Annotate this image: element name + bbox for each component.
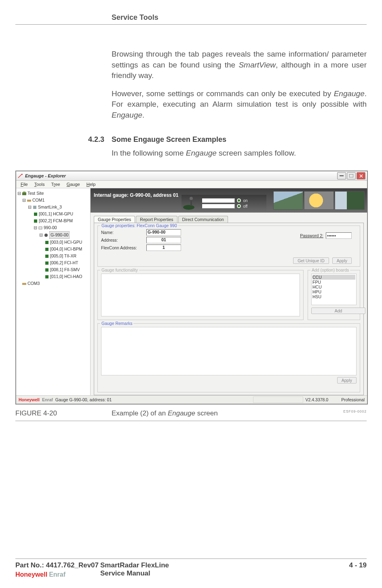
gauge-icon	[38, 226, 43, 230]
close-button[interactable]	[357, 172, 365, 179]
svg-rect-8	[39, 227, 42, 229]
svg-rect-7	[34, 219, 37, 223]
menu-file[interactable]: File	[18, 182, 31, 187]
tree-root[interactable]: Test Site	[27, 190, 44, 197]
figure-code: ESF09-0002	[343, 409, 367, 413]
functionality-list[interactable]	[101, 274, 300, 316]
svg-rect-13	[45, 261, 49, 265]
tree-item[interactable]: [006,2] FCI-HT	[50, 259, 78, 266]
menu-tree[interactable]: Tree	[48, 182, 63, 187]
input-flexconn[interactable]: 1	[146, 244, 181, 251]
button-add-board[interactable]: Add	[311, 308, 365, 314]
button-get-unique-id[interactable]: Get Unique ID	[293, 257, 329, 264]
tab-direct-communication[interactable]: Direct Communication	[178, 216, 228, 223]
board-icon	[33, 212, 38, 217]
tree-toggle[interactable]: ⊟	[17, 190, 21, 197]
thumbnail-image[interactable]	[273, 191, 303, 210]
svg-rect-10	[45, 241, 49, 244]
input-name[interactable]: G-990-00	[146, 229, 181, 236]
off-bar	[202, 204, 235, 209]
input-address[interactable]: 01	[146, 237, 181, 243]
tree-item[interactable]: [003,0] HCI-GPU	[50, 239, 82, 246]
svg-rect-12	[45, 255, 49, 258]
text: However, some settings or commands can o…	[112, 89, 334, 98]
thumbnail-image[interactable]	[335, 191, 365, 210]
svg-rect-15	[45, 275, 49, 278]
figure-label: FIGURE 4-20	[15, 409, 112, 421]
svg-rect-1	[349, 174, 353, 177]
board-icon	[44, 247, 49, 252]
text-em: Engauge	[186, 149, 217, 157]
tree-toggle[interactable]: ⊟	[22, 197, 26, 204]
tree-item[interactable]: [004,0] HCI-BPM	[50, 246, 82, 253]
text-em: Engauge	[334, 89, 365, 98]
svg-point-9	[44, 234, 48, 237]
board-option[interactable]: HCU	[312, 285, 355, 289]
input-password[interactable]: ••••••	[326, 232, 352, 239]
statusbar-cell	[253, 396, 303, 403]
legend-add-boards: Add (option) boards	[310, 268, 350, 272]
figure-caption: Example (2) of an Engauge screen	[112, 409, 343, 421]
port-icon	[27, 198, 32, 203]
menu-gauge[interactable]: Gauge	[64, 182, 83, 187]
tree-g990[interactable]: 990-00	[44, 224, 57, 231]
svg-rect-5	[33, 206, 36, 209]
status-bar: Honeywell Enraf Gauge G-990-00, address:…	[16, 395, 367, 404]
minimize-button[interactable]	[337, 172, 346, 179]
subsection-number: 4.2.3	[88, 135, 112, 144]
tree-toggle[interactable]: ⊟	[33, 224, 37, 231]
maximize-button[interactable]	[347, 172, 356, 179]
window-titlebar[interactable]: Engauge - Explorer	[16, 171, 367, 181]
button-apply-properties[interactable]: Apply	[332, 257, 352, 264]
svg-rect-4	[27, 200, 31, 202]
remarks-textarea[interactable]	[101, 327, 357, 375]
radio-off[interactable]	[236, 204, 241, 209]
window-title: Engauge - Explorer	[25, 173, 66, 178]
tree-item[interactable]: [005,0] TII-XR	[50, 253, 76, 259]
legend-gauge-props: Gauge properties: FlexConn Gauge 990	[100, 223, 178, 228]
tree-com3[interactable]: COM3	[27, 280, 40, 287]
tree-smartlink[interactable]: SmartLink_3	[38, 204, 62, 211]
board-option[interactable]: CCU	[312, 275, 355, 280]
svg-rect-2	[22, 192, 26, 195]
thumbnail-image[interactable]	[304, 191, 334, 210]
statusbar-version: V2.4.3378.0	[306, 397, 329, 402]
board-icon	[44, 274, 49, 279]
svg-point-17	[183, 205, 194, 210]
tree-item[interactable]: [008,1] FII-SMV	[50, 266, 80, 273]
tree-selected-node[interactable]: G-990-00	[49, 231, 70, 239]
tab-gauge-properties[interactable]: Gauge Properties	[94, 216, 135, 223]
text-em: SmartView	[238, 61, 276, 69]
on-bar	[202, 198, 235, 203]
text: In the following some	[112, 149, 186, 157]
footer-manual-title: SmartRadar FlexLine Service Manual	[100, 561, 169, 577]
board-option[interactable]: HPU	[312, 289, 355, 294]
menu-bar: File Tools Tree Gauge Help	[16, 181, 367, 188]
menu-help[interactable]: Help	[84, 182, 99, 187]
tree-item[interactable]: [011,0] HCI-HAO	[50, 273, 82, 280]
tree-item[interactable]: [001,1] HCM-GPU	[39, 211, 73, 217]
board-option[interactable]: FPU	[312, 280, 355, 285]
menu-tools[interactable]: Tools	[32, 182, 48, 187]
button-apply-remarks[interactable]: Apply	[337, 377, 357, 384]
board-option[interactable]: HSU	[312, 294, 355, 299]
board-icon	[33, 219, 38, 223]
device-icon	[32, 205, 37, 210]
section-title: Service Tools	[112, 13, 158, 24]
tree-toggle[interactable]: ⊟	[39, 232, 43, 238]
svg-rect-6	[34, 213, 37, 216]
subsection-heading: 4.2.3Some Engauge Screen Examples	[88, 135, 367, 144]
legend-remarks: Gauge Remarks	[100, 321, 133, 326]
tree-toggle[interactable]: ⊟	[27, 204, 32, 211]
tree-item[interactable]: [002,2] FCM-BPM	[39, 217, 73, 224]
tree-com1[interactable]: COM1	[32, 197, 44, 204]
label-address: Address:	[101, 238, 141, 242]
footer-brand: HoneywellEnraf	[15, 571, 65, 578]
board-icon	[44, 268, 49, 272]
page-footer: Part No.: 4417.762_Rev07 SmartRadar Flex…	[15, 558, 367, 577]
label-off: off	[243, 204, 247, 209]
svg-rect-11	[45, 248, 49, 251]
radio-on[interactable]	[236, 198, 241, 203]
tab-report-properties[interactable]: Report Properties	[136, 216, 177, 223]
boards-listbox[interactable]: CCU FPU HCU HPU HSU	[311, 274, 357, 305]
